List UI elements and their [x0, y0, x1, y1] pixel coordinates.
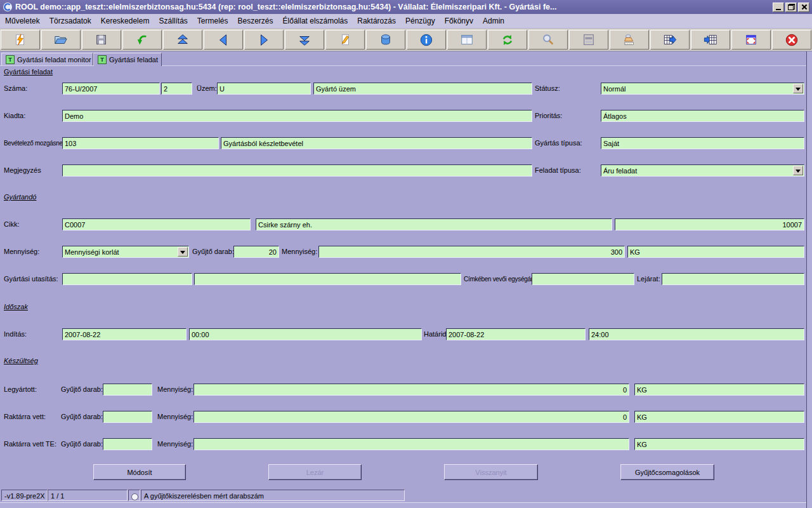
refresh-button[interactable] — [488, 30, 527, 50]
version-label: -v1.89-pre2X — [1, 490, 48, 501]
form-view-button[interactable] — [447, 30, 487, 50]
next-record-button[interactable] — [244, 30, 284, 50]
gyujtocsomagolasok-button[interactable]: Gyűjtőcsomagolások — [620, 464, 714, 480]
inditas-label: Indítás: — [4, 330, 27, 338]
kiadta-input[interactable]: Demo — [62, 110, 532, 122]
restore-button[interactable] — [785, 3, 797, 12]
hatarido-ido-input[interactable]: 24:00 — [589, 328, 804, 340]
tab-gyartasi-feladat[interactable]: T Gyártási feladat — [93, 53, 162, 66]
undo-button[interactable] — [122, 30, 162, 50]
section-title-gyartando: Gyártandó — [4, 193, 36, 201]
legyartott-mennyiseg-input[interactable]: 0 — [193, 384, 629, 396]
refresh-icon — [501, 33, 514, 47]
app-window: ROOL demo::app_teszt::elelmiszerbiztonsa… — [0, 0, 812, 508]
save-button[interactable] — [82, 30, 121, 50]
menu-item-penzugy[interactable]: Pénzügy — [405, 17, 435, 25]
window-form-icon — [460, 33, 474, 47]
title-bar[interactable]: ROOL demo::app_teszt::elelmiszerbiztonsa… — [0, 0, 812, 14]
panel-button[interactable] — [731, 30, 771, 50]
utasitas1-input[interactable] — [62, 273, 192, 285]
flash-icon — [13, 33, 27, 47]
uzem-nev-input[interactable]: Gyártó üzem — [313, 83, 532, 95]
uzem-label: Üzem: — [197, 84, 217, 92]
search-button[interactable] — [528, 30, 568, 50]
chevron-down-icon[interactable] — [793, 166, 803, 175]
cancel-button[interactable] — [772, 30, 811, 50]
menu-item-torzsadatok[interactable]: Törzsadatok — [49, 17, 91, 25]
scale-button[interactable] — [610, 30, 649, 50]
export-button[interactable] — [650, 30, 690, 50]
tab-gyartasi-feladat-monitor[interactable]: T Gyártási feladat monitor — [1, 53, 93, 65]
raktarra-vett-te-me-input[interactable]: KG — [634, 438, 804, 450]
double-down-arrow-icon — [298, 33, 311, 47]
mennyisegi-korlat-value: Mennyiségi korlát — [65, 248, 119, 256]
statusz-label: Státusz: — [535, 84, 560, 92]
gyujto-darab-label: Gyűjtő darab: — [192, 248, 234, 255]
menu-item-eloallat-elszamolas[interactable]: Élőállat elszámolás — [283, 17, 348, 25]
hatarido-datum-input[interactable]: 2007-08-22 — [446, 328, 586, 340]
cikk-kod-input[interactable]: C0007 — [62, 218, 251, 231]
panel-icon — [744, 33, 758, 47]
execute-button[interactable] — [1, 30, 40, 50]
utasitas2-input[interactable] — [194, 273, 461, 285]
mertekegyseg-input[interactable]: KG — [627, 246, 804, 258]
legyartott-gyujto-input[interactable] — [103, 384, 152, 396]
report-button[interactable] — [569, 30, 608, 50]
tab-icon: T — [98, 55, 107, 64]
feladat-tipusa-select[interactable]: Áru feladat — [601, 164, 804, 177]
first-record-button[interactable] — [163, 30, 202, 50]
modosit-button[interactable]: Módosít — [93, 464, 186, 480]
gyujto-darab-input[interactable]: 20 — [233, 246, 279, 258]
cikk-nev-input[interactable]: Csirke szárny eh. — [256, 218, 612, 231]
import-button[interactable] — [691, 30, 730, 50]
left-arrow-icon — [216, 33, 230, 47]
menu-item-fokonyv[interactable]: Főkönyv — [445, 17, 473, 25]
mennyiseg-input[interactable]: 300 — [318, 246, 625, 258]
mozgasnem-kod-input[interactable]: 103 — [62, 137, 219, 149]
menu-item-beszerzes[interactable]: Beszerzés — [238, 17, 273, 25]
inditas-ido-input[interactable]: 00:00 — [189, 328, 422, 340]
raktarra-vett-te-gyujto-input[interactable] — [103, 438, 152, 450]
raktarra-vett-me-input[interactable]: KG — [634, 411, 804, 423]
open-button[interactable] — [41, 30, 81, 50]
raktarra-vett-te-mennyiseg-input[interactable] — [193, 438, 629, 450]
uzem-kod-input[interactable]: U — [217, 83, 311, 95]
database-button[interactable] — [366, 30, 405, 50]
menu-item-admin[interactable]: Admin — [483, 17, 504, 25]
lejarat-input[interactable] — [662, 273, 804, 285]
gyartas-tipusa-input[interactable]: Saját — [601, 137, 804, 149]
last-record-button[interactable] — [285, 30, 324, 50]
cimke-egysegar-input[interactable] — [532, 273, 634, 285]
legyartott-me-input[interactable]: KG — [634, 384, 804, 396]
double-up-arrow-icon — [176, 33, 190, 47]
menu-item-muveletek[interactable]: Műveletek — [5, 17, 40, 25]
pencil-icon — [338, 33, 352, 47]
megjegyzes-input[interactable] — [62, 164, 532, 177]
raktarra-vett-mennyiseg-input[interactable]: 0 — [193, 411, 629, 423]
prioritas-input[interactable]: Átlagos — [601, 110, 804, 122]
edit-button[interactable] — [325, 30, 365, 50]
record-counter: 1 / 1 — [48, 490, 128, 501]
close-button[interactable] — [798, 3, 809, 12]
chevron-down-icon[interactable] — [178, 247, 188, 257]
close-icon — [801, 4, 807, 10]
inditas-datum-input[interactable]: 2007-08-22 — [62, 328, 187, 340]
info-icon — [419, 33, 433, 47]
menu-item-szallitas[interactable]: Szállítás — [159, 17, 187, 25]
mozgasnem-nev-input[interactable]: Gyártásból készletbevétel — [221, 137, 532, 149]
raktarra-vett-gyujto-input[interactable] — [103, 411, 152, 423]
szama-input[interactable]: 76-U/2007 — [62, 83, 160, 95]
menu-item-termeles[interactable]: Termelés — [197, 17, 228, 25]
menu-item-raktarozas[interactable]: Raktározás — [357, 17, 396, 25]
previous-record-button[interactable] — [204, 30, 243, 50]
menu-item-kereskedelem[interactable]: Kereskedelem — [101, 17, 150, 25]
toolbar — [0, 29, 812, 51]
statusz-select[interactable]: Normál — [601, 83, 804, 95]
minimize-button[interactable] — [773, 3, 784, 12]
szama-alszam-input[interactable]: 2 — [161, 83, 192, 95]
cikk-label: Cikk: — [4, 220, 19, 228]
info-button[interactable] — [407, 30, 446, 50]
mennyisegi-korlat-select[interactable]: Mennyiségi korlát — [62, 246, 189, 258]
chevron-down-icon[interactable] — [793, 84, 803, 93]
cikk-szam-input[interactable]: 10007 — [615, 218, 804, 231]
